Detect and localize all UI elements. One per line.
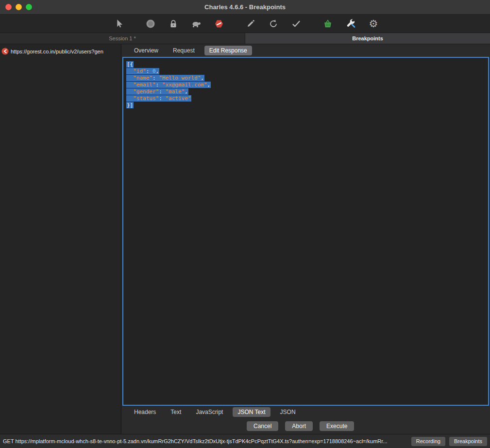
charles-window: Charles 4.6.6 - Breakpoints (0, 0, 490, 448)
breakpoint-url: https://gorest.co.in/public/v2/users?gen (11, 49, 103, 54)
breakpoints-button[interactable]: Breakpoints (449, 437, 487, 446)
code-line: [{ (126, 61, 485, 68)
execute-button[interactable]: Execute (320, 421, 354, 431)
session-tabbar: Session 1 * Breakpoints (0, 33, 490, 44)
tab-javascript[interactable]: JavaScript (191, 407, 228, 417)
main-area: https://gorest.co.in/public/v2/users?gen… (0, 44, 490, 434)
abort-button[interactable]: Abort (285, 421, 313, 431)
close-window-button[interactable] (5, 4, 12, 10)
breakpoint-url-row[interactable]: https://gorest.co.in/public/v2/users?gen (0, 46, 121, 56)
minimize-window-button[interactable] (16, 4, 22, 10)
status-request-url: GET https://mplatform-mcloud-whch-s8-te-… (3, 438, 407, 444)
settings-gear-icon[interactable]: ⚙ (367, 17, 380, 31)
tab-edit-response[interactable]: Edit Response (204, 46, 252, 55)
record-icon[interactable] (144, 17, 157, 31)
pointer-icon[interactable] (112, 17, 126, 31)
compose-icon[interactable] (244, 17, 257, 31)
tab-text[interactable]: Text (166, 407, 186, 417)
breakpoint-editor-panel: OverviewRequestEdit Response [{ "id": 0,… (121, 44, 490, 434)
tab-json-text[interactable]: JSON Text (233, 407, 270, 417)
breakpoint-hit-icon (1, 48, 9, 55)
repeat-icon[interactable] (267, 17, 280, 31)
tab-json[interactable]: JSON (275, 407, 301, 417)
traffic-lights (5, 0, 32, 14)
code-line: "email": "xx@gmail.com", (126, 82, 485, 88)
validate-icon[interactable] (289, 17, 303, 31)
response-editor[interactable]: [{ "id": 0, "name": "Hello world", "emai… (122, 57, 489, 406)
window-title: Charles 4.6.6 - Breakpoints (0, 3, 490, 11)
code-line: }] (126, 102, 485, 109)
format-tabs: HeadersTextJavaScriptJSON TextJSON (121, 406, 490, 418)
zoom-window-button[interactable] (26, 4, 32, 10)
tab-overview[interactable]: Overview (129, 46, 163, 55)
code-line: "status": "active" (126, 95, 485, 102)
recording-button[interactable]: Recording (411, 437, 445, 446)
statusbar: GET https://mplatform-mcloud-whch-s8-te-… (0, 434, 490, 448)
tools-icon[interactable] (344, 17, 357, 31)
breakpoints-icon[interactable] (212, 17, 226, 31)
tab-headers[interactable]: Headers (129, 407, 161, 417)
titlebar: Charles 4.6.6 - Breakpoints (0, 0, 490, 15)
edit-tabs: OverviewRequestEdit Response (121, 44, 490, 57)
code-line: "name": "Hello world", (126, 75, 485, 82)
lock-icon[interactable] (167, 17, 180, 31)
throttle-turtle-icon[interactable] (189, 17, 203, 31)
code-line: "id": 0, (126, 68, 485, 75)
tab-request[interactable]: Request (168, 46, 200, 55)
tab-breakpoints-window[interactable]: Breakpoints (245, 33, 490, 44)
code-line: "gender": "male", (126, 88, 485, 95)
clear-basket-icon[interactable] (321, 17, 335, 31)
cancel-button[interactable]: Cancel (247, 421, 278, 431)
toolbar: ⚙ (0, 15, 490, 33)
gear-glyph: ⚙ (369, 18, 378, 29)
tab-session-1[interactable]: Session 1 * (0, 33, 245, 44)
sidebar: https://gorest.co.in/public/v2/users?gen (0, 44, 121, 434)
action-row: Cancel Abort Execute (121, 418, 490, 434)
